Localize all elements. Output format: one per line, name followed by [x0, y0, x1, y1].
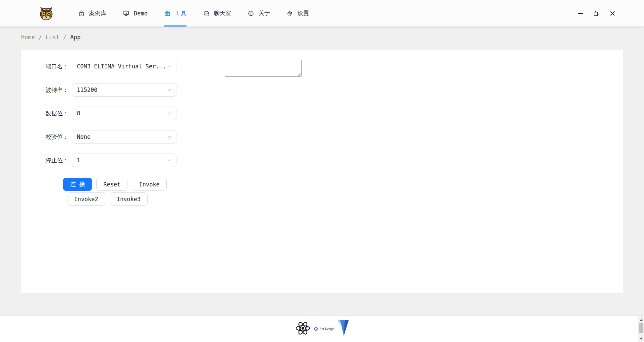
restore-icon	[594, 11, 599, 16]
ant-design-logo: Ant Design	[314, 327, 334, 332]
nav-item-case-library[interactable]: 案例库	[70, 0, 115, 26]
chevron-down-icon	[167, 88, 171, 92]
breadcrumb-current-app: App	[70, 34, 80, 41]
output-textarea-wrap	[225, 60, 302, 77]
form-row-parity: 校验位： None	[21, 130, 176, 144]
chevron-down-icon	[167, 158, 171, 162]
info-icon	[248, 10, 254, 16]
reset-button[interactable]: Reset	[96, 178, 127, 191]
port-name-label: 端口名：	[21, 63, 68, 70]
nav-item-label: 关于	[259, 9, 270, 17]
form-row-data-bits: 数据位： 8	[21, 107, 176, 120]
owl-logo	[39, 6, 53, 20]
data-bits-label: 数据位：	[21, 110, 68, 117]
invoke3-button[interactable]: Invoke3	[110, 192, 148, 206]
react-logo	[295, 321, 311, 337]
content-card: 端口名： COM3 ELTIMA Virtual Ser... 波特率： 115…	[21, 50, 623, 293]
nav-item-tools[interactable]: 工具	[156, 0, 195, 26]
nav-item-label: 工具	[175, 9, 186, 17]
main-nav: 案例库 Demo 工具	[70, 0, 317, 26]
breadcrumb-home[interactable]: Home	[21, 34, 35, 41]
invoke2-button[interactable]: Invoke2	[67, 192, 105, 206]
app-footer: Ant Design	[0, 316, 644, 342]
baud-rate-value: 115200	[77, 87, 97, 93]
data-bits-value: 8	[77, 110, 80, 117]
port-name-value: COM3 ELTIMA Virtual Ser...	[77, 63, 165, 70]
chevron-down-icon	[167, 64, 171, 68]
nav-item-label: 聊天室	[214, 9, 231, 17]
parity-value: None	[77, 133, 91, 140]
nav-item-label: 设置	[298, 9, 309, 17]
window-controls	[572, 0, 621, 26]
toolbox-icon	[164, 10, 170, 16]
breadcrumb: Home / List / App	[21, 34, 80, 41]
v-logo	[337, 320, 349, 338]
form-row-stop-bits: 停止位： 1	[21, 154, 176, 167]
minimize-icon	[578, 13, 583, 14]
port-name-select[interactable]: COM3 ELTIMA Virtual Ser...	[72, 60, 176, 73]
case-library-icon	[78, 10, 85, 16]
button-row-1: 连 接 Reset Invoke	[63, 178, 167, 191]
serial-port-form: 端口名： COM3 ELTIMA Virtual Ser... 波特率： 115…	[21, 60, 176, 177]
scrollbar-thumb[interactable]	[639, 323, 643, 333]
close-button[interactable]	[604, 0, 621, 26]
chevron-down-icon	[167, 111, 171, 115]
form-row-port-name: 端口名： COM3 ELTIMA Virtual Ser...	[21, 60, 176, 73]
baud-rate-label: 波特率：	[21, 86, 68, 94]
settings-icon	[287, 10, 293, 16]
app-header: 案例库 Demo 工具	[0, 0, 644, 26]
nav-item-settings[interactable]: 设置	[278, 0, 317, 26]
stop-bits-value: 1	[77, 157, 80, 164]
nav-item-demo[interactable]: Demo	[115, 0, 156, 26]
scroll-down-icon[interactable]	[640, 338, 643, 340]
nav-item-label: Demo	[134, 10, 148, 17]
button-row-2: Invoke2 Invoke3	[67, 192, 148, 206]
vertical-scrollbar[interactable]	[638, 316, 644, 342]
baud-rate-select[interactable]: 115200	[72, 83, 176, 97]
demo-icon	[123, 10, 129, 16]
connect-button[interactable]: 连 接	[63, 178, 92, 191]
output-textarea[interactable]	[225, 60, 302, 77]
nav-item-chat-room[interactable]: 聊天室	[195, 0, 239, 26]
stop-bits-select[interactable]: 1	[72, 154, 176, 167]
restore-button[interactable]	[588, 0, 604, 26]
nav-item-about[interactable]: 关于	[239, 0, 278, 26]
breadcrumb-separator: /	[39, 34, 42, 41]
form-row-baud-rate: 波特率： 115200	[21, 83, 176, 97]
scroll-up-icon[interactable]	[640, 319, 643, 321]
chat-icon	[203, 10, 209, 16]
parity-select[interactable]: None	[72, 130, 176, 144]
chevron-down-icon	[167, 135, 171, 139]
breadcrumb-separator: /	[63, 34, 66, 41]
data-bits-select[interactable]: 8	[72, 107, 176, 120]
nav-item-label: 案例库	[89, 9, 106, 17]
minimize-button[interactable]	[572, 0, 588, 26]
breadcrumb-list[interactable]: List	[46, 34, 59, 41]
invoke-button[interactable]: Invoke	[132, 178, 166, 191]
stop-bits-label: 停止位：	[21, 157, 68, 164]
close-icon	[610, 11, 615, 16]
parity-label: 校验位：	[21, 133, 68, 141]
ant-design-text: Ant Design	[320, 328, 334, 331]
